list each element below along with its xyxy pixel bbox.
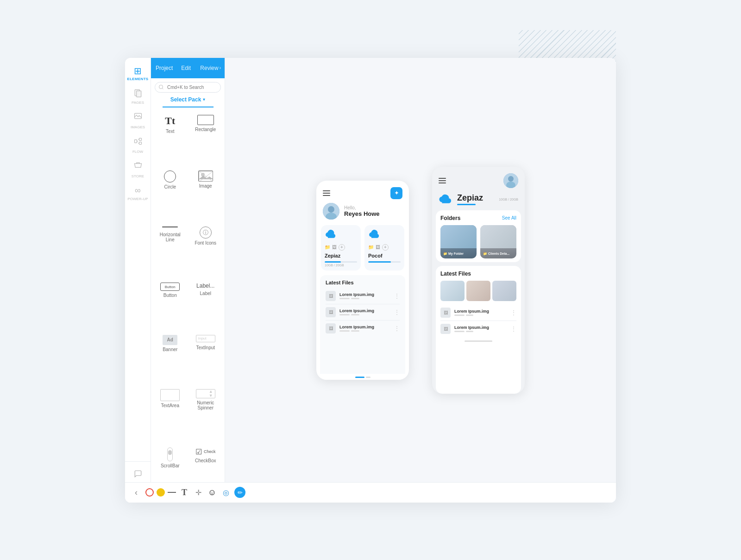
folder-cards: 📁 My Folder 📁 Clients De [440, 225, 516, 258]
edit-tab[interactable]: Edit [177, 58, 195, 78]
folder-card-label-2: 📁 Clients Deta... [483, 252, 514, 256]
folders-section: Folders See All 📁 My Folder [436, 210, 521, 262]
element-label[interactable]: Label... Label [188, 278, 223, 329]
element-horizontal-line[interactable]: Horizontal Line [153, 222, 188, 277]
file-info-3: Lorem Ipsum.img [339, 325, 394, 332]
p2-file-menu-1[interactable]: ⋮ [511, 309, 516, 316]
photo-grid [440, 281, 516, 301]
cloud-icon-2 [368, 230, 401, 241]
phone1-action-button[interactable]: ✦ [390, 187, 402, 199]
project-tab[interactable]: Project [151, 58, 177, 78]
cloud-card-pocof[interactable]: 📁 🖼 + Pocof [364, 225, 404, 271]
user-name: Reyes Howe [344, 210, 380, 217]
element-numeric-spinner[interactable]: ▲▼ Numeric Spinner [188, 384, 223, 442]
nav-item-elements[interactable]: ⊞ ELEMENTS [125, 62, 151, 84]
select-pack-label: Select Pack [170, 96, 201, 103]
element-circle[interactable]: Circle [153, 166, 188, 221]
folder-card-1[interactable]: 📁 My Folder [440, 225, 477, 258]
file-item-2[interactable]: 🖼 Lorem Ipsum.img ⋮ [326, 304, 400, 321]
zepiaz-storage: 10GB / 20GB [325, 264, 357, 267]
svg-rect-4 [139, 138, 141, 140]
yellow-circle-icon[interactable] [157, 488, 165, 497]
p2-file-menu-2[interactable]: ⋮ [511, 326, 516, 332]
image-action-icon-2: 🖼 [376, 245, 380, 250]
elements-grid: Tt Text Rectangle Circle [151, 107, 225, 503]
nav-item-pages[interactable]: PAGES [125, 84, 151, 107]
file-menu-1[interactable]: ⋮ [394, 293, 400, 299]
phone2-title: Zepiaz [457, 194, 483, 203]
greeting-text: Hello, Reyes Howe [344, 205, 380, 217]
p2-file-name-2: Lorem Ipsum.img [454, 325, 511, 330]
back-button[interactable]: ‹ [130, 486, 143, 499]
rectangle-icon [197, 115, 214, 125]
images-icon [133, 112, 143, 124]
element-text[interactable]: Tt Text [153, 110, 188, 165]
hamburger-menu-icon-2[interactable] [439, 178, 446, 183]
move-cross-icon[interactable]: ✛ [193, 487, 204, 498]
svg-point-17 [328, 206, 334, 213]
folder-card-2[interactable]: 📁 Clients Deta... [480, 225, 516, 258]
element-banner[interactable]: Ad Banner [153, 330, 188, 384]
images-label: IMAGES [131, 125, 145, 129]
pen-icon[interactable]: ✏ [234, 487, 245, 498]
search-input[interactable] [155, 82, 221, 93]
element-button[interactable]: Button Button [153, 278, 188, 329]
avatar [323, 203, 339, 220]
elements-icon: ⊞ [134, 66, 142, 76]
add-button-2[interactable]: + [382, 244, 389, 251]
file-thumb-icon-2: 🖼 [326, 307, 336, 317]
cloud-icon-large [439, 194, 452, 206]
textarea-icon [160, 389, 180, 401]
file-menu-2[interactable]: ⋮ [394, 309, 400, 315]
hamburger-menu-icon[interactable] [323, 190, 330, 196]
p2-file-item-1[interactable]: 🖼 Lorem Ipsum.img ⋮ [440, 305, 516, 321]
pages-icon [133, 88, 143, 99]
phone-mockup-1: ✦ Hello, Reyes Howe [316, 181, 409, 380]
file-item-3[interactable]: 🖼 Lorem Ipsum.img ⋮ [326, 321, 400, 336]
review-tab[interactable]: Review › [196, 58, 225, 78]
element-image[interactable]: Image [188, 166, 223, 221]
phone2-storage: 10GB / 20GB [499, 198, 518, 201]
powerup-label: POWER-UP [128, 197, 148, 201]
numeric-spinner-icon: ▲▼ [196, 389, 215, 398]
svg-line-14 [199, 171, 213, 182]
store-label: STORE [132, 174, 144, 178]
button-label: Button [163, 293, 177, 298]
file-menu-3[interactable]: ⋮ [394, 325, 400, 332]
nav-item-powerup[interactable]: ∞ POWER-UP [125, 181, 151, 204]
nav-item-images[interactable]: IMAGES [125, 107, 151, 132]
latest-files-section-2: Latest Files 🖼 Lorem Ipsum.img [436, 266, 521, 394]
text-T-icon[interactable]: T [179, 487, 190, 498]
chat-button[interactable] [131, 466, 145, 481]
element-font-icons[interactable]: ⓘ Font Icons [188, 222, 223, 277]
red-circle-icon[interactable] [145, 488, 154, 497]
p2-file-item-2[interactable]: 🖼 Lorem Ipsum.img ⋮ [440, 321, 516, 337]
nav-item-store[interactable]: STORE [125, 157, 151, 181]
main-container: ⊞ ELEMENTS PAGES IMAGES FLOW [125, 58, 616, 503]
add-button[interactable]: + [339, 244, 345, 251]
folders-header: Folders See All [440, 215, 516, 221]
select-pack-button[interactable]: Select Pack ▾ [163, 94, 214, 107]
see-all-link[interactable]: See All [502, 215, 516, 220]
phone-mockup-2: Zepiaz 10GB / 20GB Folders See All [432, 167, 525, 394]
target-icon[interactable]: ◎ [220, 487, 232, 498]
bottom-toolbar: ‹ T ✛ ☺ ◎ ✏ [125, 482, 616, 503]
pocof-progress [368, 261, 401, 263]
element-rectangle[interactable]: Rectangle [188, 110, 223, 165]
smiley-icon[interactable]: ☺ [207, 487, 218, 498]
element-textarea[interactable]: TextArea [153, 384, 188, 442]
nav-item-flow[interactable]: FLOW [125, 132, 151, 157]
folder-icon: 📁 [325, 245, 330, 250]
latest-files-title: Latest Files [326, 280, 400, 285]
cloud-card-zepiaz[interactable]: 📁 🖼 + Zepiaz 10GB / 20GB [321, 225, 361, 271]
main-canvas: ✦ Hello, Reyes Howe [225, 58, 616, 503]
dash-icon[interactable] [168, 492, 176, 493]
banner-label: Banner [163, 347, 177, 352]
svg-point-20 [508, 176, 514, 182]
file-item-1[interactable]: 🖼 Lorem Ipsum.img ⋮ [326, 288, 400, 304]
scrollbar-icon [167, 447, 173, 461]
element-textinput[interactable]: Input TextInput [188, 330, 223, 384]
elements-panel: Project Edit Review › [151, 58, 225, 503]
font-icons-icon: ⓘ [200, 227, 212, 239]
file-info: Lorem Ipsum.img [339, 292, 394, 299]
